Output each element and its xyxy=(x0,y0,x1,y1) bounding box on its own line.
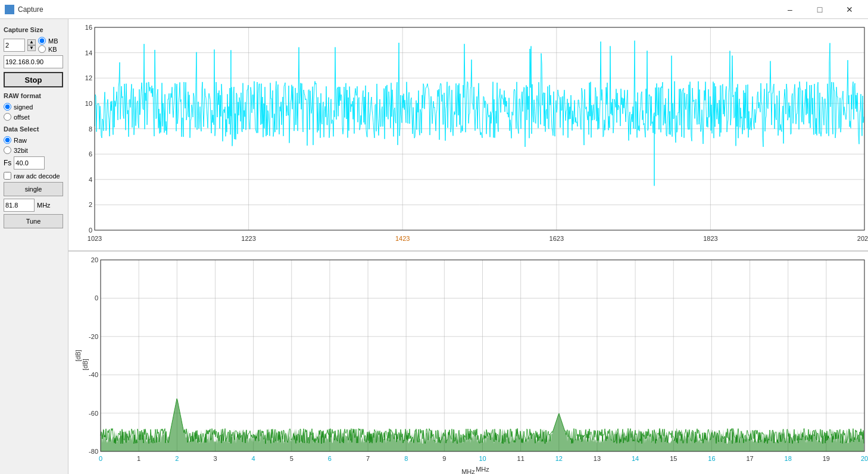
sidebar: Capture Size ▲ ▼ MB KB Stop RAW format xyxy=(0,19,68,474)
main-container: Capture Size ▲ ▼ MB KB Stop RAW format xyxy=(0,19,868,474)
top-chart-canvas xyxy=(71,21,868,248)
stop-button[interactable]: Stop xyxy=(4,72,63,87)
single-button[interactable]: single xyxy=(4,182,63,196)
raw-adc-label: raw adc decode xyxy=(14,172,60,180)
minimize-button[interactable]: – xyxy=(776,1,804,18)
spin-down-button[interactable]: ▼ xyxy=(27,45,36,51)
top-chart-wrapper xyxy=(68,19,868,250)
offset-label: offset xyxy=(14,114,30,121)
close-button[interactable]: ✕ xyxy=(836,1,863,18)
fs-input[interactable] xyxy=(14,156,45,169)
data-select-label: Data Select xyxy=(4,125,64,133)
bit32-radio-row: 32bit xyxy=(4,146,64,154)
tune-row: MHz xyxy=(4,199,64,212)
capture-size-label: Capture Size xyxy=(4,26,64,33)
kb-radio-row: KB xyxy=(38,45,58,53)
tune-button[interactable]: Tune xyxy=(4,214,63,228)
kb-radio[interactable] xyxy=(38,45,46,53)
mb-radio-row: MB xyxy=(38,37,58,45)
capture-size-row: ▲ ▼ MB KB xyxy=(4,37,64,53)
app-title: Capture xyxy=(18,5,43,14)
mb-radio[interactable] xyxy=(38,37,46,45)
ip-input[interactable] xyxy=(4,55,63,68)
bit32-radio[interactable] xyxy=(4,146,11,154)
signed-radio[interactable] xyxy=(4,103,11,111)
app-icon xyxy=(5,5,14,14)
capture-size-input[interactable] xyxy=(4,39,25,52)
raw-label: Raw xyxy=(14,137,27,144)
mhz-unit-label: MHz xyxy=(37,202,51,209)
kb-label: KB xyxy=(48,46,57,53)
fs-row: Fs xyxy=(4,156,64,169)
offset-radio-row: offset xyxy=(4,113,64,121)
raw-adc-row: raw adc decode xyxy=(4,172,64,180)
offset-radio[interactable] xyxy=(4,113,11,121)
spin-buttons: ▲ ▼ xyxy=(27,39,36,51)
db-axis-label: [dB] xyxy=(82,359,89,371)
title-bar-left: Capture xyxy=(5,5,43,14)
title-bar: Capture – □ ✕ xyxy=(0,0,868,19)
mb-label: MB xyxy=(48,37,58,45)
signed-radio-row: signed xyxy=(4,103,64,111)
charts-area: [dB] MHz xyxy=(68,19,868,474)
fs-label: Fs xyxy=(4,159,11,167)
window-controls: – □ ✕ xyxy=(776,1,863,18)
spin-up-button[interactable]: ▲ xyxy=(27,39,36,45)
raw-format-label: RAW format xyxy=(4,92,64,99)
maximize-button[interactable]: □ xyxy=(806,1,833,18)
mhz-axis-label: MHz xyxy=(461,468,475,474)
signed-label: signed xyxy=(14,103,33,111)
raw-adc-checkbox[interactable] xyxy=(4,172,11,180)
bottom-chart-wrapper: [dB] MHz xyxy=(68,252,868,474)
bit32-label: 32bit xyxy=(14,147,28,154)
raw-radio-row: Raw xyxy=(4,136,64,144)
freq-input[interactable] xyxy=(4,199,35,212)
bottom-chart-canvas xyxy=(71,254,868,474)
raw-radio[interactable] xyxy=(4,136,11,144)
